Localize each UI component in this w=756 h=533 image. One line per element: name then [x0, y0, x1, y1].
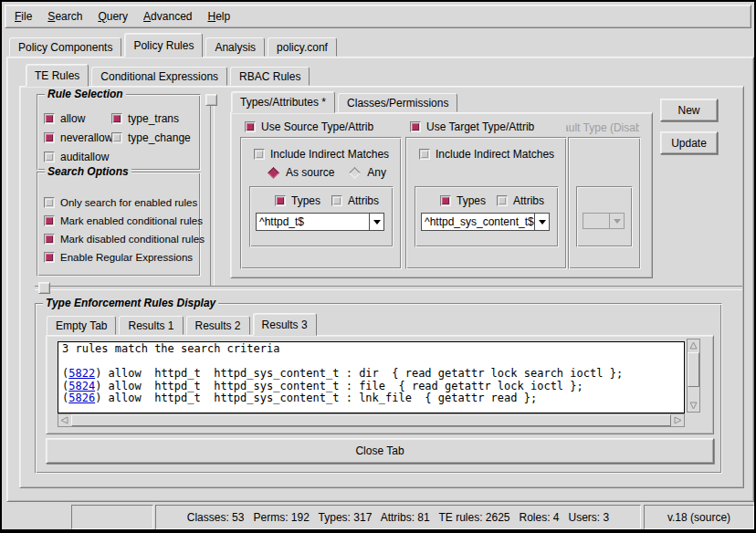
vertical-scroll-thumb[interactable]	[688, 352, 699, 387]
checkbox-label: Only search for enabled rules	[60, 197, 197, 208]
checkbox-label: Include Indirect Matches	[270, 148, 389, 161]
checkbox-type-trans[interactable]: type_trans	[111, 112, 191, 124]
scroll-left-button[interactable]	[58, 414, 70, 426]
tab-classes-permissions[interactable]: Classes/Permissions	[338, 93, 457, 112]
checkbox-icon	[440, 195, 451, 206]
target-types-checkbox[interactable]: Types	[440, 194, 486, 206]
target-include-indirect-checkbox[interactable]: Include Indirect Matches	[419, 148, 554, 160]
target-attribs-checkbox[interactable]: Attribs	[497, 194, 544, 206]
vertical-sash[interactable]	[210, 94, 215, 286]
checkbox-icon	[44, 152, 55, 162]
source-combo-dropdown-button[interactable]	[369, 214, 383, 230]
menu-search[interactable]: Search	[47, 10, 82, 23]
search-options-title: Search Options	[45, 165, 131, 178]
checkbox-type-change[interactable]: type_change	[111, 131, 191, 143]
tab-policy-components[interactable]: Policy Components	[9, 37, 121, 57]
tab-rbac-rules[interactable]: RBAC Rules	[230, 67, 310, 86]
tab-conditional-expressions[interactable]: Conditional Expressions	[91, 67, 227, 86]
source-type-combobox[interactable]: ^httpd_t$	[256, 213, 384, 231]
source-types-checkbox[interactable]: Types	[275, 194, 320, 206]
new-button[interactable]: New	[660, 99, 718, 121]
scroll-up-button[interactable]	[688, 340, 699, 351]
tab-results-1[interactable]: Results 1	[119, 316, 183, 335]
checkbox-only-search-for-enabled-rules[interactable]: Only search for enabled rules	[44, 196, 205, 208]
tab-policy-rules[interactable]: Policy Rules	[124, 33, 203, 57]
checkbox-mark-disabled-conditional-rules[interactable]: Mark disabled conditional rules	[44, 233, 205, 245]
rule-id-link[interactable]: 5822	[68, 367, 95, 380]
search-options-checkboxes: Only search for enabled rulesMark enable…	[44, 196, 205, 263]
checkbox-icon	[497, 195, 508, 206]
checkbox-icon	[254, 149, 265, 160]
apol-window: FileSearchQueryAdvancedHelp Policy Compo…	[0, 0, 756, 533]
scroll-down-button[interactable]	[688, 400, 699, 412]
horizontal-sash[interactable]	[35, 286, 742, 290]
arrow-right-icon	[674, 416, 682, 424]
checkbox-icon	[331, 195, 342, 206]
checkbox-label: Mark disabled conditional rules	[60, 234, 205, 245]
vertical-sash-handle[interactable]	[205, 94, 217, 106]
checkbox-label: neverallow	[60, 131, 112, 144]
use-target-type-checkbox[interactable]: Use Target Type/Attrib	[410, 120, 534, 132]
results-vertical-scrollbar[interactable]	[687, 339, 700, 413]
radio-label: As source	[286, 166, 334, 179]
default-type-value	[583, 214, 609, 228]
menu-file[interactable]: File	[15, 10, 32, 23]
radio-any[interactable]: Any	[349, 166, 386, 179]
results-horizontal-scrollbar[interactable]	[58, 413, 685, 427]
tab-analysis[interactable]: Analysis	[205, 37, 265, 57]
main-tabs: Policy ComponentsPolicy RulesAnalysispol…	[9, 35, 340, 57]
checkbox-neverallow[interactable]: neverallow	[44, 131, 111, 143]
status-empty-panel	[71, 505, 153, 529]
menu-advanced[interactable]: Advanced	[143, 10, 192, 23]
results-text[interactable]: 3 rules match the search criteria (5822)…	[58, 341, 685, 413]
checkbox-label: auditallow	[60, 151, 109, 163]
checkbox-enable-regular-expressions[interactable]: Enable Regular Expressions	[44, 251, 205, 263]
scroll-right-button[interactable]	[672, 414, 684, 426]
checkbox-label: Use Target Type/Attrib	[426, 120, 534, 133]
tab-te-rules[interactable]: TE Rules	[26, 64, 89, 87]
chevron-down-icon	[614, 219, 621, 227]
rule-id-link[interactable]: 5824	[68, 380, 95, 392]
checkbox-mark-enabled-conditional-rules[interactable]: Mark enabled conditional rules	[44, 214, 205, 226]
horizontal-scroll-thumb[interactable]	[71, 414, 671, 426]
default-type-label: Default Type (Disabled)	[566, 121, 639, 134]
radio-icon	[268, 167, 279, 179]
tab-types-attributes[interactable]: Types/Attributes *	[231, 91, 335, 113]
source-radio-group: As sourceAny	[268, 166, 386, 179]
tab-results-3[interactable]: Results 3	[253, 313, 317, 336]
checkbox-label: Attribs	[513, 194, 544, 207]
use-source-type-checkbox[interactable]: Use Source Type/Attrib	[245, 120, 373, 132]
default-type-combobox	[583, 213, 625, 229]
rule-selection-title: Rule Selection	[45, 88, 126, 100]
rule-selection-checkboxes: allowtype_transneverallowtype_changeaudi…	[44, 112, 191, 162]
checkbox-label: type_change	[128, 131, 191, 144]
checkbox-icon	[111, 132, 122, 143]
radio-as-source[interactable]: As source	[268, 166, 334, 179]
close-tab-button[interactable]: Close Tab	[46, 438, 714, 464]
checkbox-icon	[275, 195, 286, 206]
checkbox-label: Use Source Type/Attrib	[261, 120, 373, 133]
chevron-down-icon	[373, 220, 381, 228]
horizontal-sash-handle[interactable]	[38, 282, 50, 294]
checkbox-icon	[44, 252, 55, 263]
source-include-indirect-checkbox[interactable]: Include Indirect Matches	[254, 148, 389, 160]
checkbox-icon	[419, 149, 430, 160]
tab-results-2[interactable]: Results 2	[186, 316, 250, 335]
source-attribs-checkbox[interactable]: Attribs	[331, 194, 379, 206]
checkbox-icon	[44, 197, 55, 208]
menu-help[interactable]: Help	[207, 10, 230, 23]
update-button[interactable]: Update	[660, 131, 718, 154]
tab-policy-conf[interactable]: policy.conf	[268, 37, 337, 57]
rule-id-link[interactable]: 5826	[68, 392, 95, 404]
checkbox-auditallow[interactable]: auditallow	[44, 151, 111, 162]
menu-query[interactable]: Query	[98, 10, 128, 23]
target-combo-dropdown-button[interactable]	[534, 214, 549, 230]
target-type-combobox[interactable]: ^httpd_sys_content_t$	[421, 213, 550, 231]
checkbox-label: Enable Regular Expressions	[60, 252, 193, 263]
default-combo-dropdown-button	[609, 214, 624, 228]
tab-empty-tab[interactable]: Empty Tab	[47, 316, 116, 335]
checkbox-icon	[111, 113, 122, 124]
checkbox-label: Attribs	[348, 194, 379, 207]
checkbox-allow[interactable]: allow	[44, 112, 111, 124]
status-stats-panel: Classes: 53 Perms: 192 Types: 317 Attrib…	[155, 505, 641, 529]
